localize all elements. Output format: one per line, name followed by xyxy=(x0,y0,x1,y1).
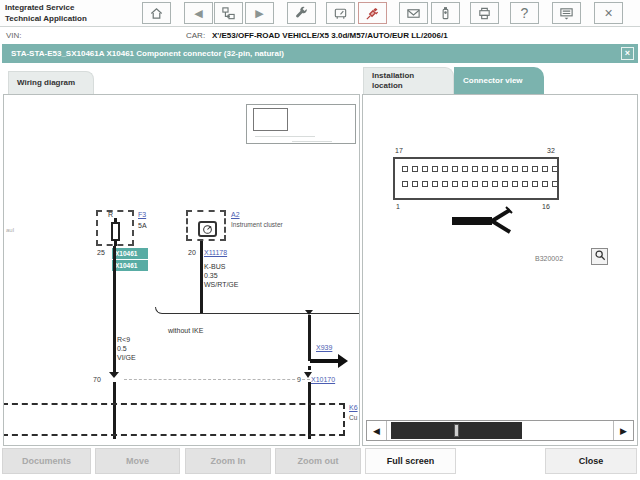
forward-button[interactable]: ▶ xyxy=(245,2,274,24)
x939-connector-link[interactable]: X939 xyxy=(316,344,332,351)
app-title: Integrated Service Technical Application xyxy=(5,2,87,24)
messages-button[interactable] xyxy=(399,2,428,24)
wire-left-arrowhead xyxy=(109,372,119,378)
connector-body xyxy=(393,157,559,200)
vin-label: VIN: xyxy=(6,31,22,40)
full-screen-button[interactable]: Full screen xyxy=(365,448,456,474)
help-button[interactable]: ? xyxy=(510,2,539,24)
zoom-out-button[interactable]: Zoom out xyxy=(275,448,361,474)
pin-label-1: 1 xyxy=(396,203,400,210)
connector-pin-row-bottom xyxy=(402,181,558,187)
connector-pin xyxy=(532,181,538,187)
connector-pin xyxy=(442,166,448,172)
cluster-connector-link[interactable]: X11178 xyxy=(204,249,227,256)
wrench-icon xyxy=(294,6,309,21)
zoom-in-button[interactable]: Zoom In xyxy=(185,448,271,474)
branch-direction-arrow xyxy=(310,359,338,363)
scrollbar-left-arrow[interactable]: ◀ xyxy=(367,421,387,440)
cluster-ref-link[interactable]: A2 xyxy=(231,211,240,218)
scrollbar-thumb[interactable] xyxy=(391,422,522,439)
connector-pin xyxy=(522,181,528,187)
wire-color-code: WS/RT/GE xyxy=(204,281,238,288)
ground-ref-link[interactable]: K6 xyxy=(349,404,358,411)
cluster-name: Instrument cluster xyxy=(231,221,283,228)
scrollbar-right-arrow[interactable]: ▶ xyxy=(613,421,633,440)
zoom-figure-button[interactable] xyxy=(591,248,608,265)
vehicle-info-bar: VIN: CAR: X'/E53/OFF-ROAD VEHICLE/X5 3.0… xyxy=(0,28,640,43)
connector-pin xyxy=(502,181,508,187)
move-button[interactable]: Move xyxy=(95,448,180,474)
x10170-connector-link[interactable]: X10170 xyxy=(311,376,335,383)
workflow-icon xyxy=(221,6,236,21)
connector-pin xyxy=(502,166,508,172)
connector-pin xyxy=(402,166,408,172)
connector-pin xyxy=(542,181,548,187)
document-title-bar: STA-STA-E53_SX10461A X10461 Component co… xyxy=(2,44,638,63)
horizontal-scrollbar[interactable]: ◀ ▶ xyxy=(366,420,634,441)
wire-cross-section: 0.35 xyxy=(204,272,218,279)
home-button[interactable] xyxy=(142,2,171,24)
highlighted-connector-tag[interactable]: X10461 xyxy=(112,260,148,271)
car-label: CAR: xyxy=(186,31,205,40)
connector-pin xyxy=(522,166,528,172)
back-icon: ◀ xyxy=(194,8,202,19)
car-value: X'/E53/OFF-ROAD VEHICLE/X5 3.0d/M57/AUTO… xyxy=(212,31,448,40)
forward-icon: ▶ xyxy=(255,8,263,19)
left-wire-label1: R<9 xyxy=(117,336,130,343)
help-icon: ? xyxy=(521,6,529,20)
connector-pin xyxy=(532,166,538,172)
wire-branch-dash xyxy=(308,366,311,370)
measuring-device-icon xyxy=(333,6,348,21)
margin-note: aul xyxy=(6,227,14,233)
connector-pin xyxy=(552,181,558,187)
fuse-rating: 5A xyxy=(138,222,147,229)
ista-application-window: Integrated Service Technical Application… xyxy=(0,0,640,480)
close-application-button[interactable]: × xyxy=(594,2,623,24)
highlighted-connector-tag[interactable]: X10461 xyxy=(112,248,148,259)
printer-icon xyxy=(477,6,492,21)
vehicle-connection-button[interactable] xyxy=(358,2,387,24)
tab-wiring-diagram[interactable]: Wiring diagram xyxy=(8,71,94,94)
connector-pin xyxy=(482,181,488,187)
wire-branch xyxy=(308,315,311,361)
tab-installation-location-label: Installation xyxy=(372,71,453,81)
service-functions-button[interactable] xyxy=(287,2,316,24)
fuse-symbol xyxy=(111,222,120,241)
figure-id: B320002 xyxy=(535,255,563,262)
print-button[interactable] xyxy=(470,2,499,24)
tab-installation-location[interactable]: Installation location xyxy=(363,67,454,95)
top-toolbar: Integrated Service Technical Application… xyxy=(0,0,640,27)
documents-button[interactable]: Documents xyxy=(2,448,91,474)
wiring-diagram-panel: aul R F3 5A 25 X10461 X10461 A2 Instrume… xyxy=(3,94,360,446)
connector-pin xyxy=(452,181,458,187)
document-close-button[interactable]: × xyxy=(621,47,634,60)
document-title: STA-STA-E53_SX10461A X10461 Component co… xyxy=(11,49,284,58)
workflow-button[interactable] xyxy=(214,2,243,24)
navigator-mini-line xyxy=(255,136,315,137)
connector-pin xyxy=(512,181,518,187)
navigator-viewport-indicator[interactable] xyxy=(253,108,288,131)
connector-pin xyxy=(512,166,518,172)
overview-navigator[interactable] xyxy=(246,104,356,144)
connector-pin xyxy=(412,181,418,187)
fuse-symbol-label: R xyxy=(108,211,113,218)
pin-label-16: 16 xyxy=(542,203,550,210)
connector-pin xyxy=(472,181,478,187)
scrollbar-grip xyxy=(454,424,459,437)
close-button[interactable]: Close xyxy=(545,448,637,474)
battery-icon xyxy=(438,6,453,21)
gauge-icon xyxy=(198,221,217,237)
connector-pin xyxy=(462,181,468,187)
back-button[interactable]: ◀ xyxy=(184,2,213,24)
tab-connector-view[interactable]: Connector view xyxy=(454,67,544,95)
connector-pin xyxy=(492,181,498,187)
battery-status-button[interactable] xyxy=(431,2,460,24)
fuse-ref-link[interactable]: F3 xyxy=(138,211,146,218)
close-icon: × xyxy=(604,6,612,20)
measuring-devices-button[interactable] xyxy=(326,2,355,24)
home-icon xyxy=(149,6,164,21)
protocol-button[interactable] xyxy=(552,2,581,24)
connector-pin xyxy=(432,181,438,187)
branch-direction-arrowhead xyxy=(338,354,348,368)
ground-note: Cu xyxy=(349,414,357,421)
